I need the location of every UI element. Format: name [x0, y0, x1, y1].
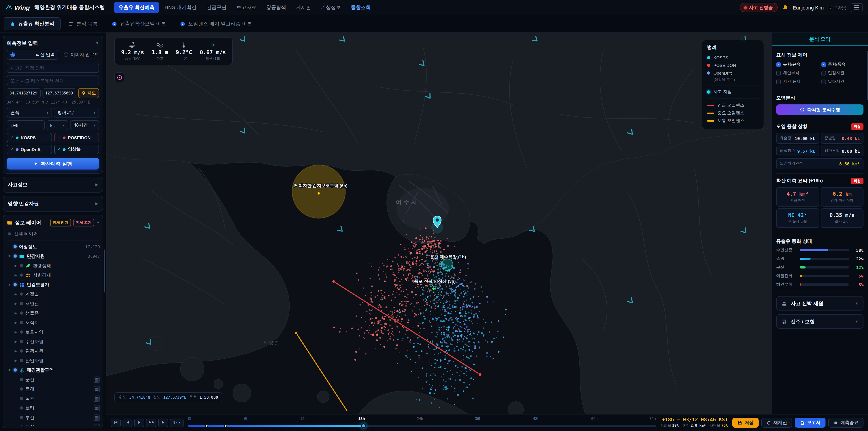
collapse-toggle[interactable]: ▼ [95, 41, 99, 45]
timeline-tick-48h[interactable]: 48h [533, 416, 539, 421]
incident-list-input[interactable] [7, 75, 99, 86]
region-mokpo[interactable]: 목포▦ [7, 394, 100, 403]
nav-board[interactable]: 게시판 [291, 2, 315, 13]
notifications-button[interactable] [782, 4, 788, 11]
model-kosps[interactable]: ✓KOSPS [7, 133, 52, 143]
section-impact-resources[interactable]: 영향 민감자원▶ [3, 196, 103, 212]
skip-end-button[interactable]: ▶| [158, 418, 168, 427]
play-button[interactable]: ▶ [134, 418, 144, 427]
layer-fishery[interactable]: 어장정보17,129 [7, 242, 100, 251]
region-boryeong[interactable]: 보령▦ [7, 403, 100, 413]
end-prediction-button[interactable]: 예측종료 [828, 418, 864, 428]
layer-kcg-jurisdiction[interactable]: ▼해경관할구역 [7, 365, 100, 375]
oil-type-select[interactable]: 벙커C유▾ [54, 107, 99, 118]
layer-protected-area[interactable]: ▶보호지역 [7, 327, 100, 337]
opt-current[interactable]: ✓유향/유속 [776, 61, 818, 67]
longitude-input[interactable] [42, 88, 76, 98]
timeline-tick-12h[interactable]: 12h [300, 416, 307, 421]
layers-collapse-toggle[interactable]: ▼ [96, 221, 100, 225]
pick-from-map-button[interactable]: 지도 [78, 88, 99, 98]
tab-model-theory[interactable]: 유출유확산모델 이론 [105, 17, 172, 30]
timeline-event-marker[interactable] [205, 424, 209, 427]
layer-map-button[interactable]: ▦ [94, 386, 100, 392]
timeline-tick-60h[interactable]: 60h [591, 416, 597, 421]
save-button[interactable]: 저장 [733, 418, 758, 428]
layer-env-ecology[interactable]: ▶환경생태 [7, 261, 100, 270]
layer-sensitive[interactable]: ▼민감자원3,947 [7, 251, 100, 261]
layer-map-button[interactable]: ▦ [94, 405, 100, 411]
tab-diffusion-analysis[interactable]: 유출유 확산분석 [4, 17, 61, 30]
fast-forward-button[interactable]: ▶▶ [146, 418, 156, 427]
timeline-tick-36h[interactable]: 36h [475, 416, 481, 421]
report-button[interactable]: 보고서 [795, 418, 826, 428]
nav-oil-diffusion[interactable]: 유출유 확산예측 [114, 2, 159, 13]
run-prediction-button[interactable]: 확산예측 실행 [7, 158, 99, 170]
duration-select[interactable]: 48시간▾ [70, 120, 99, 130]
incident-name-input[interactable] [7, 63, 99, 73]
opt-time[interactable]: 시간 표시 [776, 79, 818, 85]
recalculate-button[interactable]: 재계산 [761, 418, 792, 428]
nav-reports[interactable]: 보고자료 [232, 2, 261, 13]
layer-map-button[interactable]: ▦ [94, 376, 100, 382]
timeline-track-area[interactable]: 0h6h12h18h24h36h48h60h72h [188, 414, 656, 431]
layer-species[interactable]: ▶생물종 [7, 308, 100, 318]
opt-wind[interactable]: ✓풍향/풍속 [821, 61, 864, 67]
layer-tourism-resource[interactable]: ▶관광자원 [7, 346, 100, 356]
layer-map-button[interactable]: ▦ [94, 395, 100, 402]
layer-master-row[interactable]: 전체 레이어 [7, 229, 100, 241]
timeline-tick-72h[interactable]: 72h [649, 416, 656, 421]
nav-integrated-search[interactable]: 통합조회 [346, 2, 375, 13]
region-gunsan[interactable]: 군산▦ [7, 375, 100, 384]
polygon-analysis-button[interactable]: 다각형 분석수행 [776, 104, 864, 115]
timeline-slider[interactable] [188, 425, 656, 427]
tab-boom-theory[interactable]: 오일펜스 배치 알고리즘 이론 [174, 17, 258, 30]
timeline-event-marker[interactable] [224, 424, 227, 427]
radio-image-upload[interactable]: 이미지 업로드 [64, 50, 99, 60]
tab-analysis-summary[interactable]: 분석 요약 [772, 33, 868, 46]
timeline-tick-6h[interactable]: 6h [244, 416, 248, 421]
layer-socio-economy[interactable]: ▶사회경제 [7, 270, 100, 280]
layers-all-off-button[interactable]: 전체 끄기 [73, 219, 94, 226]
section-incident-info[interactable]: 사고정보▶ [3, 177, 103, 192]
region-donghae[interactable]: 동해▦ [7, 384, 100, 394]
region-busan[interactable]: 부산▦ [7, 413, 100, 422]
model-ensemble[interactable]: ✓앙상블 [54, 145, 99, 154]
model-poseidon[interactable]: ✓POSEIDON [54, 133, 99, 143]
logout-button[interactable]: 로그아웃 [828, 4, 846, 11]
unit-select[interactable]: kL▾ [46, 120, 68, 130]
sidebar-scrollbar[interactable] [104, 249, 105, 293]
fold-vessel-specs[interactable]: 사고 선박 제원▼ [776, 296, 864, 311]
nav-emergency-rescue[interactable]: 긴급구난 [202, 2, 231, 13]
skip-start-button[interactable]: |◀ [111, 418, 121, 427]
timeline-tick-0h[interactable]: 0h [188, 416, 192, 421]
layer-sensitivity-eval[interactable]: ▼민감도평가 [7, 280, 100, 289]
layer-map-button[interactable]: ▦ [94, 414, 100, 421]
map-area[interactable]: 여수시화양면⚑ 여자만 습지보호구역 (6h)웅천 해수욕장 (1h)죽포 전복… [106, 33, 771, 414]
model-opendrift[interactable]: ✓OpenDrift [7, 145, 52, 154]
tab-analysis-list[interactable]: 분석 목록 [62, 17, 104, 30]
layer-coastline[interactable]: ▶해안선 [7, 299, 100, 308]
nav-air-search[interactable]: 항공탐색 [262, 2, 291, 13]
layer-habitat[interactable]: ▶서식지 [7, 318, 100, 327]
layer-map-button[interactable]: ▦ [94, 424, 100, 426]
map-canvas[interactable]: 여수시화양면⚑ 여자만 습지보호구역 (6h)웅천 해수욕장 (1h)죽포 전복… [106, 33, 771, 414]
timeline-handle[interactable] [361, 423, 366, 428]
layer-industry-resource[interactable]: ▶산업자원 [7, 356, 100, 365]
menu-button[interactable] [851, 3, 863, 12]
timeline-tick-24h[interactable]: 24h [416, 416, 423, 421]
step-back-button[interactable]: ◀ [123, 418, 132, 427]
fold-owner-insurance[interactable]: 선주 / 보험▼ [776, 314, 864, 329]
spill-type-select[interactable]: 연속▾ [7, 107, 52, 118]
latitude-input[interactable] [7, 88, 41, 98]
region-buan[interactable]: 부안▦ [7, 422, 100, 426]
playback-speed-select[interactable]: 1x▾ [170, 418, 184, 427]
layer-seasonal[interactable]: ▶계절별 [7, 289, 100, 299]
nav-hns-air[interactable]: HNS·대기확산 [160, 2, 201, 13]
app-logo[interactable]: Wing [5, 4, 30, 11]
map-style-button[interactable] [114, 72, 124, 82]
layers-all-on-button[interactable]: 전체 켜기 [50, 219, 71, 226]
layer-fishery-resource[interactable]: ▶수산자원 [7, 337, 100, 346]
nav-weather-info[interactable]: 기상정보 [316, 2, 345, 13]
right-panel-scrollbar[interactable] [867, 51, 868, 100]
timeline-tick-18h[interactable]: 18h [358, 416, 365, 421]
